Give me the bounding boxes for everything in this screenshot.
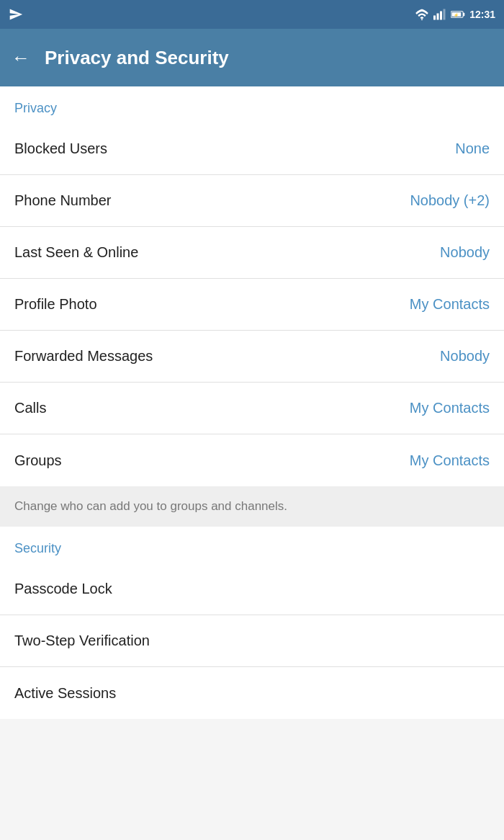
- passcode-lock-item[interactable]: Passcode Lock: [0, 563, 504, 615]
- groups-item[interactable]: Groups My Contacts: [0, 434, 504, 486]
- calls-value: My Contacts: [410, 400, 490, 416]
- status-bar-right: ⚡ 12:31: [415, 9, 495, 20]
- calls-label: Calls: [14, 400, 46, 416]
- phone-number-label: Phone Number: [14, 192, 112, 209]
- svg-rect-6: [463, 13, 464, 16]
- profile-photo-value: My Contacts: [410, 296, 490, 313]
- groups-label: Groups: [14, 452, 62, 469]
- svg-rect-3: [440, 12, 442, 20]
- battery-icon: ⚡: [451, 9, 465, 20]
- security-section: Security Passcode Lock Two-Step Verifica…: [0, 527, 504, 719]
- forwarded-messages-item[interactable]: Forwarded Messages Nobody: [0, 331, 504, 383]
- content: Privacy Blocked Users None Phone Number …: [0, 86, 504, 719]
- wifi-icon: [415, 9, 429, 20]
- active-sessions-item[interactable]: Active Sessions: [0, 667, 504, 719]
- profile-photo-label: Profile Photo: [14, 296, 97, 313]
- privacy-section-header: Privacy: [0, 86, 504, 123]
- svg-point-0: [421, 19, 423, 20]
- back-button[interactable]: ←: [12, 47, 30, 69]
- status-time: 12:31: [469, 9, 495, 20]
- phone-number-item[interactable]: Phone Number Nobody (+2): [0, 175, 504, 227]
- blocked-users-value: None: [455, 140, 490, 157]
- two-step-verification-label: Two-Step Verification: [14, 633, 150, 649]
- svg-rect-1: [433, 16, 436, 20]
- profile-photo-item[interactable]: Profile Photo My Contacts: [0, 279, 504, 331]
- security-section-header: Security: [0, 527, 504, 563]
- status-bar: ⚡ 12:31: [0, 0, 504, 29]
- send-icon: [9, 7, 23, 22]
- svg-rect-2: [437, 14, 439, 20]
- groups-note: Change who can add you to groups and cha…: [0, 486, 504, 527]
- forwarded-messages-label: Forwarded Messages: [14, 348, 153, 365]
- phone-number-value: Nobody (+2): [410, 192, 490, 209]
- two-step-verification-item[interactable]: Two-Step Verification: [0, 615, 504, 667]
- privacy-section: Privacy Blocked Users None Phone Number …: [0, 86, 504, 486]
- svg-text:⚡: ⚡: [454, 12, 459, 18]
- blocked-users-item[interactable]: Blocked Users None: [0, 123, 504, 175]
- app-bar: ← Privacy and Security: [0, 29, 504, 86]
- svg-rect-4: [444, 9, 446, 20]
- status-bar-left: [9, 7, 23, 22]
- blocked-users-label: Blocked Users: [14, 140, 107, 157]
- last-seen-value: Nobody: [440, 244, 490, 261]
- signal-icon: [433, 9, 446, 20]
- last-seen-label: Last Seen & Online: [14, 244, 138, 261]
- last-seen-item[interactable]: Last Seen & Online Nobody: [0, 227, 504, 279]
- groups-value: My Contacts: [410, 452, 490, 469]
- forwarded-messages-value: Nobody: [440, 348, 490, 365]
- calls-item[interactable]: Calls My Contacts: [0, 383, 504, 434]
- passcode-lock-label: Passcode Lock: [14, 581, 112, 597]
- page-title: Privacy and Security: [45, 47, 229, 69]
- active-sessions-label: Active Sessions: [14, 685, 116, 702]
